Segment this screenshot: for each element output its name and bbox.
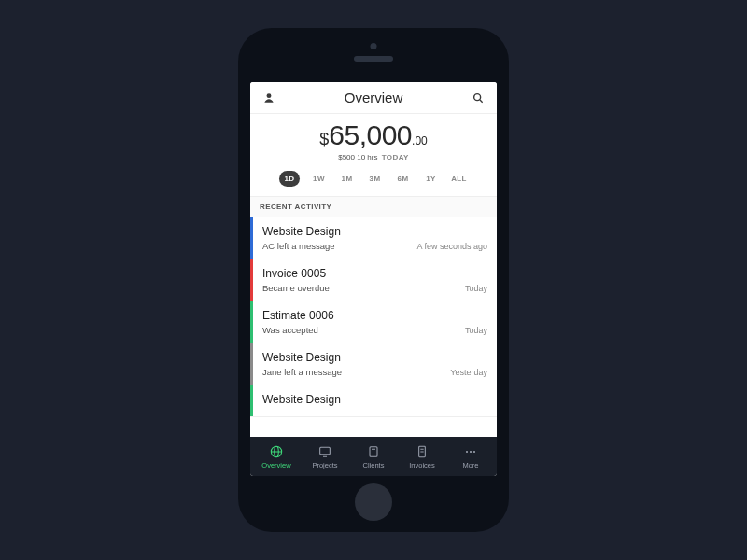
- svg-point-13: [466, 450, 468, 452]
- activity-item[interactable]: Estimate 0006Was acceptedToday: [250, 301, 497, 343]
- activity-title: Website Design: [262, 225, 487, 238]
- activity-list[interactable]: Website DesignAC left a messageA few sec…: [250, 217, 497, 437]
- activity-desc: Was accepted: [262, 325, 318, 335]
- tab-projects[interactable]: Projects: [301, 444, 349, 469]
- phone-frame: Overview $ 65,000 .00 $500 10 hrs TODAY …: [238, 28, 509, 532]
- activity-meta: AC left a messageA few seconds ago: [262, 241, 487, 251]
- activity-stripe: [250, 385, 253, 416]
- app-screen: Overview $ 65,000 .00 $500 10 hrs TODAY …: [250, 82, 497, 476]
- tab-label: Invoices: [409, 461, 435, 469]
- activity-item[interactable]: Website Design: [250, 385, 497, 417]
- tab-label: Overview: [261, 461, 290, 469]
- range-pill-3m[interactable]: 3M: [367, 175, 384, 183]
- sub-amount: $500: [338, 153, 355, 161]
- summary-subline: $500 10 hrs TODAY: [250, 153, 497, 161]
- svg-point-15: [473, 450, 475, 452]
- phone-home-button[interactable]: [355, 483, 392, 521]
- activity-time: Yesterday: [450, 368, 487, 377]
- phone-camera: [371, 43, 377, 49]
- range-pill-6m[interactable]: 6M: [395, 175, 412, 183]
- activity-time: A few seconds ago: [416, 242, 487, 251]
- activity-item[interactable]: Website DesignJane left a messageYesterd…: [250, 343, 497, 385]
- tab-overview[interactable]: Overview: [252, 444, 301, 469]
- activity-time: Today: [465, 284, 487, 293]
- sub-label: TODAY: [382, 153, 409, 161]
- range-pill-1w[interactable]: 1W: [311, 175, 328, 183]
- tab-invoices[interactable]: Invoices: [398, 444, 446, 469]
- top-bar: Overview: [250, 82, 497, 114]
- range-pill-1d[interactable]: 1D: [279, 171, 299, 187]
- summary-panel: $ 65,000 .00 $500 10 hrs TODAY 1D1W1M3M6…: [250, 114, 497, 197]
- svg-rect-6: [320, 447, 331, 454]
- activity-desc: Became overdue: [262, 283, 330, 293]
- svg-line-2: [480, 99, 483, 102]
- activity-stripe: [250, 301, 253, 343]
- range-pill-all[interactable]: ALL: [451, 175, 468, 183]
- activity-stripe: [250, 343, 253, 385]
- tab-bar: OverviewProjectsClientsInvoicesMore: [250, 437, 497, 476]
- amount-main: 65,000: [329, 119, 412, 151]
- profile-icon[interactable]: [260, 91, 278, 105]
- file-icon: [415, 444, 430, 459]
- activity-stripe: [250, 259, 253, 301]
- tab-label: More: [462, 461, 478, 469]
- svg-point-14: [470, 450, 472, 452]
- currency-symbol: $: [319, 130, 329, 149]
- activity-desc: Jane left a message: [262, 367, 342, 377]
- globe-icon: [269, 444, 284, 459]
- amount-cents: .00: [412, 134, 428, 147]
- monitor-icon: [317, 444, 332, 459]
- activity-item[interactable]: Website DesignAC left a messageA few sec…: [250, 217, 497, 259]
- svg-point-0: [267, 93, 272, 98]
- users-icon: [366, 444, 381, 459]
- tab-more[interactable]: More: [446, 444, 495, 469]
- tab-label: Projects: [312, 461, 337, 469]
- activity-title: Website Design: [262, 351, 487, 364]
- dots-icon: [463, 444, 478, 459]
- range-selector: 1D1W1M3M6M1YALL: [250, 171, 497, 187]
- activity-meta: Was acceptedToday: [262, 325, 487, 335]
- range-pill-1y[interactable]: 1Y: [423, 175, 440, 183]
- activity-title: Invoice 0005: [262, 267, 487, 280]
- search-icon[interactable]: [469, 91, 487, 105]
- activity-title: Website Design: [262, 393, 487, 406]
- tab-clients[interactable]: Clients: [349, 444, 398, 469]
- activity-desc: AC left a message: [262, 241, 335, 251]
- phone-speaker: [354, 56, 393, 62]
- activity-meta: Jane left a messageYesterday: [262, 367, 487, 377]
- section-label-recent-activity: RECENT ACTIVITY: [250, 197, 497, 217]
- tab-label: Clients: [363, 461, 385, 469]
- svg-rect-8: [370, 446, 377, 456]
- activity-title: Estimate 0006: [262, 309, 487, 322]
- activity-time: Today: [465, 326, 487, 335]
- page-title: Overview: [345, 90, 403, 105]
- range-pill-1m[interactable]: 1M: [339, 175, 356, 183]
- amount-display: $ 65,000 .00: [250, 119, 497, 151]
- svg-point-1: [474, 93, 481, 100]
- activity-stripe: [250, 217, 253, 259]
- sub-hours: 10 hrs: [357, 153, 377, 161]
- activity-meta: Became overdueToday: [262, 283, 487, 293]
- activity-item[interactable]: Invoice 0005Became overdueToday: [250, 259, 497, 301]
